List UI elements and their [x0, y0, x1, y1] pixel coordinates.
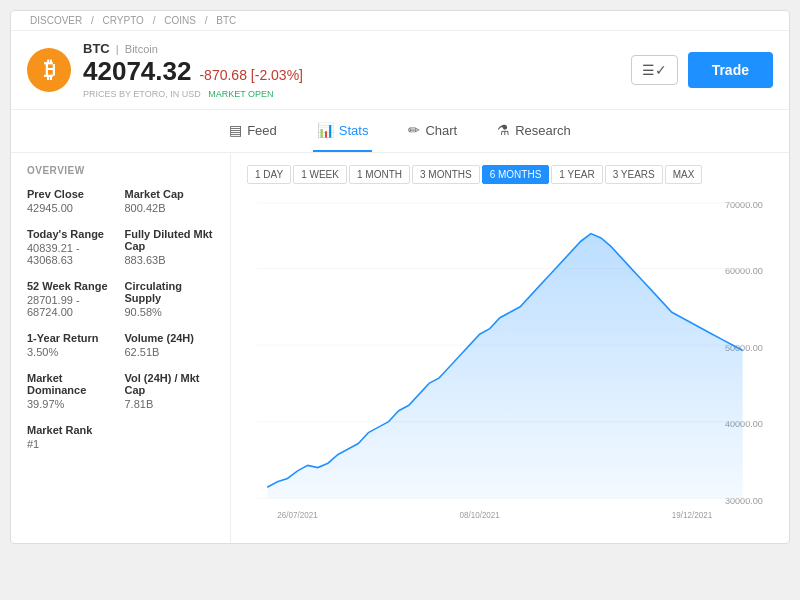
- breadcrumb-coins[interactable]: COINS: [164, 15, 196, 26]
- stat-1year-return: 1-Year Return 3.50%: [27, 332, 117, 358]
- stat-market-rank: Market Rank #1: [27, 424, 214, 450]
- feed-icon: ▤: [229, 122, 242, 138]
- svg-text:26/07/2021: 26/07/2021: [277, 510, 318, 520]
- asset-change: -870.68 [-2.03%]: [199, 67, 303, 83]
- asset-title: BTC | Bitcoin: [83, 41, 303, 56]
- stats-icon: 📊: [317, 122, 334, 138]
- tab-research-label: Research: [515, 123, 571, 138]
- main-window: DISCOVER / CRYPTO / COINS / BTC ₿ BTC | …: [10, 10, 790, 544]
- time-btn-3months[interactable]: 3 MONTHS: [412, 165, 480, 184]
- price-row: 42074.32 -870.68 [-2.03%]: [83, 56, 303, 87]
- time-btn-3years[interactable]: 3 YEARS: [605, 165, 663, 184]
- stats-panel: OVERVIEW Prev Close 42945.00 Market Cap …: [11, 153, 231, 543]
- time-btn-1week[interactable]: 1 WEEK: [293, 165, 347, 184]
- chart-icon: ✏: [408, 122, 420, 138]
- watchlist-button[interactable]: ☰✓: [631, 55, 678, 85]
- trade-button[interactable]: Trade: [688, 52, 773, 88]
- stat-volume-24h: Volume (24H) 62.51B: [125, 332, 215, 358]
- stat-vol-mkt-cap: Vol (24H) / Mkt Cap 7.81B: [125, 372, 215, 410]
- breadcrumb-discover[interactable]: DISCOVER: [30, 15, 82, 26]
- market-status: MARKET OPEN: [208, 89, 273, 99]
- tab-chart[interactable]: ✏ Chart: [404, 110, 461, 152]
- asset-symbol: BTC: [83, 41, 110, 56]
- stat-market-cap: Market Cap 800.42B: [125, 188, 215, 214]
- svg-text:19/12/2021: 19/12/2021: [672, 510, 713, 520]
- svg-text:08/10/2021: 08/10/2021: [459, 510, 500, 520]
- asset-price: 42074.32: [83, 56, 191, 87]
- tab-chart-label: Chart: [425, 123, 457, 138]
- header-info: BTC | Bitcoin 42074.32 -870.68 [-2.03%] …: [83, 41, 303, 99]
- time-btn-max[interactable]: MAX: [665, 165, 703, 184]
- header-right: ☰✓ Trade: [631, 52, 773, 88]
- tab-bar: ▤ Feed 📊 Stats ✏ Chart ⚗ Research: [11, 110, 789, 153]
- tab-stats-label: Stats: [339, 123, 369, 138]
- breadcrumb-crypto[interactable]: CRYPTO: [103, 15, 144, 26]
- stat-todays-range: Today's Range 40839.21 - 43068.63: [27, 228, 117, 266]
- tab-research[interactable]: ⚗ Research: [493, 110, 575, 152]
- breadcrumb-btc[interactable]: BTC: [216, 15, 236, 26]
- breadcrumb: DISCOVER / CRYPTO / COINS / BTC: [11, 11, 789, 31]
- stats-grid: Prev Close 42945.00 Market Cap 800.42B T…: [27, 188, 214, 424]
- tab-feed[interactable]: ▤ Feed: [225, 110, 281, 152]
- svg-text:70000.00: 70000.00: [725, 199, 763, 210]
- chart-panel: 1 DAY 1 WEEK 1 MONTH 3 MONTHS 6 MONTHS 1…: [231, 153, 789, 543]
- time-btn-1month[interactable]: 1 MONTH: [349, 165, 410, 184]
- time-period-buttons: 1 DAY 1 WEEK 1 MONTH 3 MONTHS 6 MONTHS 1…: [247, 165, 773, 184]
- main-content: OVERVIEW Prev Close 42945.00 Market Cap …: [11, 153, 789, 543]
- price-chart: 70000.00 60000.00 50000.00 40000.00 3000…: [247, 192, 773, 531]
- price-source: PRICES BY ETORO, IN USD MARKET OPEN: [83, 89, 303, 99]
- asset-name: Bitcoin: [125, 43, 158, 55]
- overview-title: OVERVIEW: [27, 165, 214, 176]
- time-btn-1day[interactable]: 1 DAY: [247, 165, 291, 184]
- header-left: ₿ BTC | Bitcoin 42074.32 -870.68 [-2.03%…: [27, 41, 303, 99]
- time-btn-1year[interactable]: 1 YEAR: [551, 165, 602, 184]
- research-icon: ⚗: [497, 122, 510, 138]
- stat-52-week: 52 Week Range 28701.99 - 68724.00: [27, 280, 117, 318]
- stat-circulating-supply: Circulating Supply 90.58%: [125, 280, 215, 318]
- svg-text:60000.00: 60000.00: [725, 265, 763, 276]
- btc-logo: ₿: [27, 48, 71, 92]
- tab-stats[interactable]: 📊 Stats: [313, 110, 373, 152]
- chart-area: 70000.00 60000.00 50000.00 40000.00 3000…: [247, 192, 773, 531]
- time-btn-6months[interactable]: 6 MONTHS: [482, 165, 550, 184]
- asset-header: ₿ BTC | Bitcoin 42074.32 -870.68 [-2.03%…: [11, 31, 789, 110]
- stat-prev-close: Prev Close 42945.00: [27, 188, 117, 214]
- tab-feed-label: Feed: [247, 123, 277, 138]
- stat-market-dominance: Market Dominance 39.97%: [27, 372, 117, 410]
- stat-fully-diluted: Fully Diluted Mkt Cap 883.63B: [125, 228, 215, 266]
